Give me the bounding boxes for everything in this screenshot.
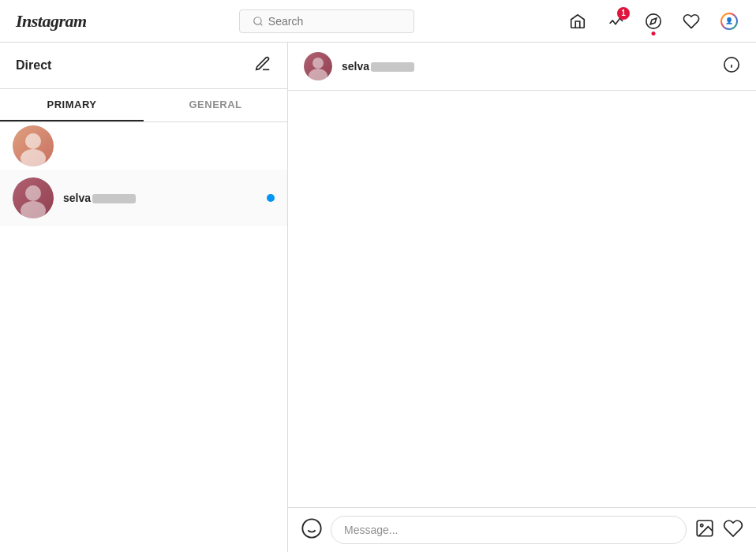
sidebar-header: Direct — [0, 43, 287, 89]
avatar-face2 — [13, 177, 54, 218]
avatar — [13, 125, 54, 166]
info-button[interactable] — [723, 56, 740, 76]
search-bar[interactable] — [239, 9, 414, 33]
chat-messages — [288, 91, 756, 507]
svg-point-13 — [302, 519, 320, 537]
photo-icon — [694, 518, 715, 539]
tabs: PRIMARY GENERAL — [0, 89, 287, 122]
like-icon — [723, 518, 743, 539]
search-icon — [253, 16, 264, 27]
svg-point-2 — [646, 13, 661, 28]
conversation-list: selva — [0, 122, 287, 552]
list-item[interactable]: selva — [0, 170, 287, 226]
sidebar-title: Direct — [16, 58, 51, 73]
home-icon — [569, 13, 586, 30]
nav-icons: 1 👤 — [567, 10, 740, 32]
svg-marker-3 — [650, 18, 657, 24]
chat-avatar-face — [304, 52, 332, 80]
activity-button[interactable]: 1 — [604, 10, 627, 32]
sidebar: Direct PRIMARY GENERAL — [0, 43, 288, 552]
svg-point-0 — [254, 17, 261, 24]
svg-line-1 — [260, 23, 263, 25]
chat-area: selva — [288, 43, 756, 552]
heart-icon — [683, 13, 700, 30]
tab-primary[interactable]: PRIMARY — [0, 89, 144, 121]
conv-info: selva — [63, 191, 257, 205]
notification-badge: 1 — [617, 7, 630, 20]
chat-header-left: selva — [304, 52, 414, 80]
svg-point-6 — [25, 185, 41, 201]
explore-dot — [652, 32, 656, 35]
compose-button[interactable] — [254, 55, 271, 76]
compass-icon — [645, 13, 662, 30]
chat-username: selva — [342, 60, 414, 73]
emoji-button[interactable] — [301, 517, 323, 543]
search-input[interactable] — [268, 15, 401, 28]
username-blur — [92, 194, 136, 203]
main-container: Direct PRIMARY GENERAL — [0, 43, 756, 552]
svg-point-17 — [701, 524, 703, 527]
message-input[interactable] — [331, 516, 687, 544]
conv-username: selva — [63, 192, 136, 204]
tab-general[interactable]: GENERAL — [144, 89, 287, 121]
avatar-silhouette2 — [13, 177, 54, 218]
list-item[interactable] — [0, 122, 287, 170]
instagram-logo: Instagram — [16, 11, 87, 32]
chat-input-area — [288, 507, 756, 552]
like-button[interactable] — [723, 518, 743, 542]
likes-button[interactable] — [680, 10, 702, 32]
chat-username-blur — [371, 62, 414, 72]
chat-header: selva — [288, 43, 756, 91]
chat-avatar-silhouette — [304, 52, 332, 80]
app-header: Instagram 1 — [0, 0, 756, 43]
svg-point-4 — [25, 133, 41, 149]
profile-button[interactable]: 👤 — [718, 10, 740, 32]
info-icon — [723, 56, 740, 73]
compose-icon — [254, 55, 271, 73]
svg-point-9 — [309, 69, 327, 80]
avatar-silhouette — [13, 125, 54, 166]
photo-button[interactable] — [694, 518, 715, 542]
home-button[interactable] — [567, 10, 589, 32]
svg-point-8 — [313, 58, 324, 69]
chat-avatar — [304, 52, 332, 80]
avatar — [13, 177, 54, 218]
svg-point-5 — [21, 149, 46, 166]
explore-button[interactable] — [642, 10, 664, 32]
avatar-face — [13, 125, 54, 166]
svg-point-7 — [21, 201, 46, 218]
emoji-icon — [301, 517, 323, 539]
unread-indicator — [267, 194, 275, 202]
